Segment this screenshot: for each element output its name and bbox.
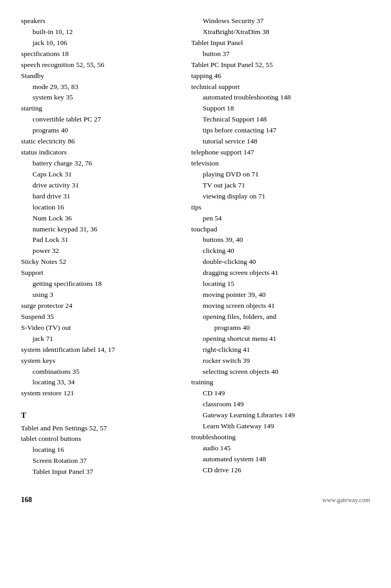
index-entry: Learn With Gateway 149 [191, 421, 370, 432]
index-entry: tips [191, 202, 370, 213]
index-entry: Tablet PC Input Panel 52, 55 [191, 60, 370, 71]
page-footer: 168 www.gateway.com [21, 493, 370, 504]
index-entry: telephone support 147 [191, 147, 370, 158]
index-entry: Windows Security 37 [191, 16, 370, 27]
index-entry: tips before contacting 147 [191, 125, 370, 136]
index-entry: classroom 149 [191, 399, 370, 410]
index-entry: getting specifications 18 [21, 279, 183, 290]
index-entry: Screen Rotation 37 [21, 456, 183, 467]
index-entry: jack 71 [21, 334, 183, 345]
index-entry: drive activity 31 [21, 180, 183, 191]
index-entry: Gateway Learning Libraries 149 [191, 410, 370, 421]
page-number: 168 [21, 496, 32, 504]
index-entry: Pad Lock 31 [21, 235, 183, 246]
index-entry: starting [21, 103, 183, 114]
index-entry: moving pointer 39, 40 [191, 290, 370, 301]
index-entry: locating 15 [191, 279, 370, 290]
index-entry: battery charge 32, 76 [21, 158, 183, 169]
left-column: speakersbuilt-in 10, 12jack 10, 106speci… [21, 16, 189, 478]
index-entry: status indicators [21, 147, 183, 158]
index-entry: Suspend 35 [21, 312, 183, 323]
page-container: speakersbuilt-in 10, 12jack 10, 106speci… [21, 16, 370, 504]
index-entry: dragging screen objects 41 [191, 268, 370, 279]
index-entry: selecting screen objects 40 [191, 367, 370, 378]
index-entry: locating 16 [21, 445, 183, 456]
index-entry: specifications 18 [21, 49, 183, 60]
index-entry: audio 145 [191, 443, 370, 454]
index-entry: double-clicking 40 [191, 257, 370, 268]
index-entry: touchpad [191, 224, 370, 235]
index-entry: technical support [191, 82, 370, 93]
index-entry: Tablet and Pen Settings 52, 57 [21, 423, 183, 434]
index-entry: hard drive 31 [21, 191, 183, 202]
website-url: www.gateway.com [322, 496, 370, 504]
index-entry: opening files, folders, and [191, 312, 370, 323]
index-entry: surge protector 24 [21, 301, 183, 312]
index-entry: speech recognition 52, 55, 56 [21, 60, 183, 71]
index-entry: static electricity 86 [21, 136, 183, 147]
index-entry: system key 35 [21, 92, 183, 103]
index-entry: S-Video (TV) out [21, 323, 183, 334]
index-entry: Caps Lock 31 [21, 169, 183, 180]
index-entry: programs 40 [191, 323, 370, 334]
index-entry: training [191, 377, 370, 388]
index-entry: clicking 40 [191, 246, 370, 257]
index-entry: system keys [21, 356, 183, 367]
index-entry: opening shortcut menu 41 [191, 334, 370, 345]
two-column-index: speakersbuilt-in 10, 12jack 10, 106speci… [21, 16, 370, 478]
index-entry: numeric keypad 31, 36 [21, 224, 183, 235]
index-entry: Tablet Input Panel [191, 38, 370, 49]
index-entry: television [191, 158, 370, 169]
index-entry: buttons 39, 40 [191, 235, 370, 246]
index-entry: Tablet Input Panel 37 [21, 467, 183, 478]
index-entry: mode 29, 35, 83 [21, 82, 183, 93]
index-entry: tutorial service 148 [191, 136, 370, 147]
index-entry: button 37 [191, 49, 370, 60]
index-entry: rocker switch 39 [191, 356, 370, 367]
index-entry [21, 399, 183, 404]
index-entry: Num Lock 36 [21, 213, 183, 224]
index-entry: troubleshooting [191, 432, 370, 443]
index-entry: Technical Support 148 [191, 114, 370, 125]
index-entry: CD drive 126 [191, 465, 370, 476]
index-entry: playing DVD on 71 [191, 169, 370, 180]
index-entry: TV out jack 71 [191, 180, 370, 191]
index-entry: system restore 121 [21, 388, 183, 399]
index-entry: using 3 [21, 290, 183, 301]
index-entry: CD 149 [191, 388, 370, 399]
index-entry: built-in 10, 12 [21, 27, 183, 38]
index-entry: location 16 [21, 202, 183, 213]
index-entry: tapping 46 [191, 71, 370, 82]
index-entry: Support [21, 268, 183, 279]
index-entry: tablet control buttons [21, 434, 183, 445]
index-entry: locating 33, 34 [21, 377, 183, 388]
index-entry: XtraBright/XtraDim 38 [191, 27, 370, 38]
index-entry: Support 18 [191, 103, 370, 114]
index-entry: programs 40 [21, 125, 183, 136]
index-entry: automated troubleshooting 148 [191, 92, 370, 103]
index-entry: combinations 35 [21, 367, 183, 378]
index-entry: Sticky Notes 52 [21, 257, 183, 268]
index-entry: power 32 [21, 246, 183, 257]
index-entry: Standby [21, 71, 183, 82]
index-entry: T [21, 409, 183, 421]
index-entry: pen 54 [191, 213, 370, 224]
index-entry: speakers [21, 16, 183, 27]
index-entry: system identification label 14, 17 [21, 345, 183, 356]
index-entry: viewing display on 71 [191, 191, 370, 202]
index-entry: automated system 148 [191, 454, 370, 465]
index-entry: convertible tablet PC 27 [21, 114, 183, 125]
right-column: Windows Security 37XtraBright/XtraDim 38… [189, 16, 370, 478]
index-entry: right-clicking 41 [191, 345, 370, 356]
index-entry: moving screen objects 41 [191, 301, 370, 312]
index-entry: jack 10, 106 [21, 38, 183, 49]
